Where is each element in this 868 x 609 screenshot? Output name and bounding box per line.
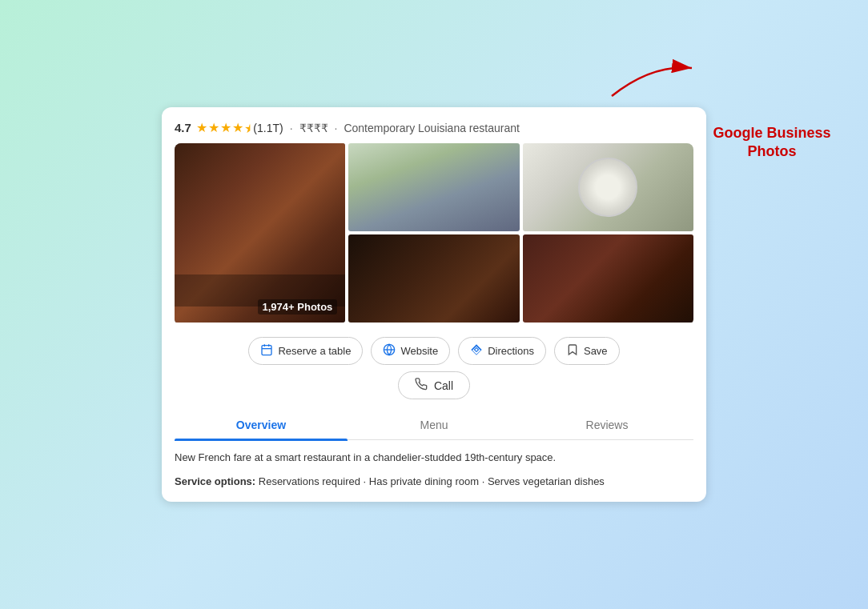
photo-bot-left[interactable]: [348, 234, 519, 323]
tab-overview[interactable]: Overview: [175, 411, 348, 439]
tab-reviews-label: Reviews: [586, 419, 629, 431]
service-options: Service options: Reservations required ·…: [175, 474, 693, 490]
arrow-annotation: [604, 56, 700, 104]
photo-main-inner: [175, 143, 345, 323]
category-label: Contemporary Louisiana restaurant: [344, 122, 519, 134]
website-icon: [383, 343, 396, 359]
save-button[interactable]: Save: [554, 337, 620, 365]
service-options-text: Reservations required · Has private dini…: [259, 475, 605, 487]
action-buttons-row: Reserve a table Website Directions: [175, 337, 693, 365]
rating-row: 4.7 ★★★★ (1.1T) · ₹₹₹₹ · Contemporary Lo…: [175, 120, 693, 135]
call-button[interactable]: Call: [398, 371, 470, 399]
price-level: ₹₹₹₹: [299, 122, 328, 134]
photo-main[interactable]: 1,974+ Photos: [175, 143, 345, 323]
photo-top-mid[interactable]: [348, 143, 519, 231]
save-icon: [566, 343, 579, 359]
business-card: 4.7 ★★★★ (1.1T) · ₹₹₹₹ · Contemporary Lo…: [162, 107, 706, 502]
reserve-icon: [260, 343, 273, 359]
call-icon: [415, 378, 428, 393]
directions-icon: [470, 343, 483, 359]
rating-score: 4.7: [175, 121, 191, 134]
tab-menu[interactable]: Menu: [348, 411, 520, 439]
photos-grid[interactable]: 1,974+ Photos: [175, 143, 693, 326]
website-button[interactable]: Website: [371, 337, 450, 365]
photo-top-right[interactable]: [523, 143, 693, 231]
svg-rect-0: [262, 346, 271, 355]
dot-separator-1: ·: [290, 122, 293, 134]
service-options-label: Service options:: [175, 475, 255, 487]
tab-menu-label: Menu: [420, 419, 448, 431]
annotation-text: Google BusinessPhotos: [713, 125, 830, 159]
call-row: Call: [175, 371, 693, 399]
reserve-table-button[interactable]: Reserve a table: [248, 337, 363, 365]
save-label: Save: [584, 345, 608, 357]
website-label: Website: [400, 345, 438, 357]
business-description: New French fare at a smart restaurant in…: [175, 450, 693, 466]
star-icons: ★★★★: [196, 120, 248, 135]
tab-reviews[interactable]: Reviews: [520, 411, 693, 439]
call-label: Call: [434, 379, 453, 392]
dot-separator-2: ·: [335, 122, 338, 134]
directions-button[interactable]: Directions: [458, 337, 546, 365]
photo-count-label: 1,974+ Photos: [258, 299, 338, 315]
tab-overview-label: Overview: [236, 419, 286, 431]
directions-label: Directions: [488, 345, 534, 357]
tabs-bar: Overview Menu Reviews: [175, 411, 693, 440]
reserve-label: Reserve a table: [278, 345, 351, 357]
google-business-photos-label: Google BusinessPhotos: [708, 124, 836, 162]
photo-bot-mid[interactable]: [523, 234, 693, 323]
review-count: (1.1T): [253, 122, 283, 134]
